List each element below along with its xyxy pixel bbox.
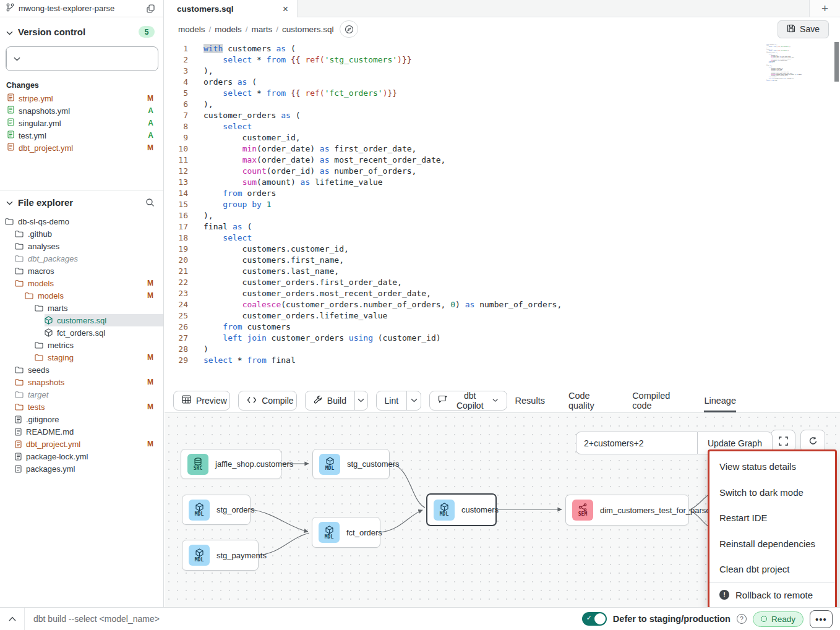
menu-item-restart-ide[interactable]: Restart IDE (709, 505, 835, 531)
change-item[interactable]: snapshots.ymlA (0, 104, 163, 117)
menu-item-view-status-details[interactable]: View status details (709, 454, 835, 480)
tree-item-dbt-project-yml[interactable]: dbt_project.ymlM (0, 438, 163, 450)
code-line[interactable]: 24 coalesce(customer_orders.number_of_or… (165, 299, 840, 310)
lineage-node-stg-payments[interactable]: MDLstg_payments (182, 540, 259, 571)
code-line[interactable]: 16), (165, 210, 840, 221)
code-line[interactable]: 25 customer_orders.lifetime_value (165, 310, 840, 321)
code-line[interactable]: 3), (165, 66, 840, 77)
lint-button[interactable]: Lint (376, 391, 422, 411)
tree-item-package-lock-yml[interactable]: package-lock.yml (0, 450, 163, 462)
compass-icon[interactable] (340, 20, 358, 38)
code-line[interactable]: 11 max(order_date) as most_recent_order_… (165, 155, 840, 166)
code-line[interactable]: 17final as ( (165, 221, 840, 232)
code-line[interactable]: 18 select (165, 232, 840, 244)
lineage-node-customers[interactable]: MDLcustomers (426, 493, 497, 526)
code-line[interactable]: 28) (165, 344, 840, 355)
code-line[interactable]: 22 customer_orders.first_order_date, (165, 277, 840, 288)
tab-lineage[interactable]: Lineage (704, 388, 736, 412)
scrollbar-thumb[interactable] (834, 42, 839, 82)
tree-item-macros[interactable]: macros (0, 265, 163, 277)
build-dropdown-caret[interactable] (354, 391, 367, 410)
commit-and-sync-button[interactable]: Commit and sync (6, 46, 158, 71)
tab-code-quality[interactable]: Code quality (568, 388, 609, 412)
copy-icon[interactable] (147, 4, 155, 13)
commit-options-caret[interactable] (6, 47, 27, 70)
compile-button[interactable]: Compile (238, 391, 297, 411)
code-line[interactable]: 12 count(order_id) as number_of_orders, (165, 166, 840, 177)
tree-item-marts[interactable]: marts (0, 302, 163, 314)
menu-item-reinstall-dependencies[interactable]: Reinstall dependencies (709, 531, 835, 557)
change-item[interactable]: test.ymlA (0, 129, 163, 142)
code-line[interactable]: 1with customers as ( (165, 43, 840, 54)
code-line[interactable]: 15 group by 1 (165, 199, 840, 210)
lineage-node-fct-orders[interactable]: MDLfct_orders (312, 517, 380, 548)
code-line[interactable]: 6), (165, 99, 840, 110)
help-icon[interactable]: ? (737, 614, 747, 624)
save-button[interactable]: Save (778, 20, 829, 38)
new-tab-button[interactable]: + (809, 0, 840, 17)
code-line[interactable]: 5 select * from {{ ref('fct_orders')}} (165, 88, 840, 99)
code-line[interactable]: 26 from customers (165, 321, 840, 333)
search-icon[interactable] (145, 198, 155, 207)
tree-item-fct-orders-sql[interactable]: fct_orders.sql (0, 326, 163, 339)
code-line[interactable]: 2 select * from {{ ref('stg_customers')}… (165, 54, 840, 66)
code-line[interactable]: 27 left join customer_orders using (cust… (165, 333, 840, 344)
tree-item-snapshots[interactable]: snapshotsM (0, 376, 163, 388)
menu-item-switch-to-dark-mode[interactable]: Switch to dark mode (709, 480, 835, 506)
tree-item-analyses[interactable]: analyses (0, 240, 163, 252)
tree-item-target[interactable]: target (0, 388, 163, 401)
tree-item-metrics[interactable]: metrics (0, 339, 163, 351)
tree-item-dbt-packages[interactable]: dbt_packages (0, 252, 163, 265)
defer-toggle[interactable]: ✓ (582, 612, 607, 626)
dbt-copilot-button[interactable]: dbt Copilot (429, 391, 507, 411)
command-input[interactable] (25, 614, 582, 624)
tree-item-seeds[interactable]: seeds (0, 364, 163, 376)
menu-item-clean-dbt-project[interactable]: Clean dbt project (709, 556, 835, 582)
tree-item-models[interactable]: modelsM (0, 289, 163, 302)
menu-item-rollback-to-remote[interactable]: !Rollback to remote (709, 582, 835, 607)
tree-item-models[interactable]: modelsM (0, 277, 163, 289)
expand-command-icon[interactable] (0, 608, 25, 630)
code-line[interactable]: 20 customers.first_name, (165, 255, 840, 266)
lint-dropdown-caret[interactable] (406, 391, 421, 410)
code-line[interactable]: 23 customer_orders.most_recent_order_dat… (165, 288, 840, 299)
version-control-header[interactable]: Version control 5 (0, 17, 163, 38)
code-line[interactable]: 29select * from final (165, 355, 840, 366)
close-icon[interactable]: × (283, 4, 288, 15)
code-line[interactable]: 9 customer_id, (165, 132, 840, 143)
tree-item-readme-md[interactable]: README.md (0, 425, 163, 438)
breadcrumb-item[interactable]: marts (252, 25, 273, 34)
code-line[interactable]: 19 customers.customer_id, (165, 244, 840, 255)
more-options-button[interactable]: ••• (810, 610, 833, 628)
editor-scrollbar[interactable] (834, 42, 839, 376)
tree-item-customers-sql[interactable]: customers.sql (0, 314, 163, 326)
code-line[interactable]: 8 select (165, 121, 840, 132)
code-line[interactable]: 7customer_orders as ( (165, 110, 840, 121)
tree-item-staging[interactable]: stagingM (0, 351, 163, 364)
build-button[interactable]: Build (305, 391, 368, 411)
change-item[interactable]: singular.ymlA (0, 117, 163, 129)
lineage-node-stg-orders[interactable]: MDLstg_orders (182, 495, 251, 525)
code-line[interactable]: 21 customers.last_name, (165, 266, 840, 277)
tab-compiled-code[interactable]: Compiled code (632, 388, 680, 412)
preview-button[interactable]: Preview (173, 391, 230, 411)
code-line[interactable]: 4orders as ( (165, 77, 840, 88)
minimap[interactable]: with customers as ( select * from {{ ref… (762, 45, 802, 92)
tree-item--gitignore[interactable]: .gitignore (0, 413, 163, 425)
tab-customers-sql[interactable]: customers.sql × (165, 0, 298, 18)
tree-item--github[interactable]: .github (0, 228, 163, 240)
code-line[interactable]: 10 min(order_date) as first_order_date, (165, 143, 840, 155)
lineage-panel[interactable]: SRCjaffle_shop.customersMDLstg_customers… (165, 413, 840, 607)
code-editor[interactable]: 1with customers as (2 select * from {{ r… (165, 41, 840, 388)
lineage-search-input[interactable] (576, 432, 697, 454)
tab-results[interactable]: Results (515, 388, 545, 412)
change-item[interactable]: dbt_project.ymlM (0, 142, 163, 154)
breadcrumb-item[interactable]: models (178, 25, 205, 34)
lineage-node-dim-customers-test-for-parse[interactable]: SEMdim_customers_test_for_parse (565, 495, 689, 526)
file-explorer-header[interactable]: File explorer (0, 190, 163, 211)
tree-item-tests[interactable]: testsM (0, 401, 163, 413)
change-item[interactable]: stripe.ymlM (0, 92, 163, 104)
lineage-node-stg-customers[interactable]: MDLstg_customers (312, 449, 390, 479)
lineage-node-jaffle-shop-customers[interactable]: SRCjaffle_shop.customers (181, 449, 281, 479)
breadcrumb-item[interactable]: models (215, 25, 242, 34)
